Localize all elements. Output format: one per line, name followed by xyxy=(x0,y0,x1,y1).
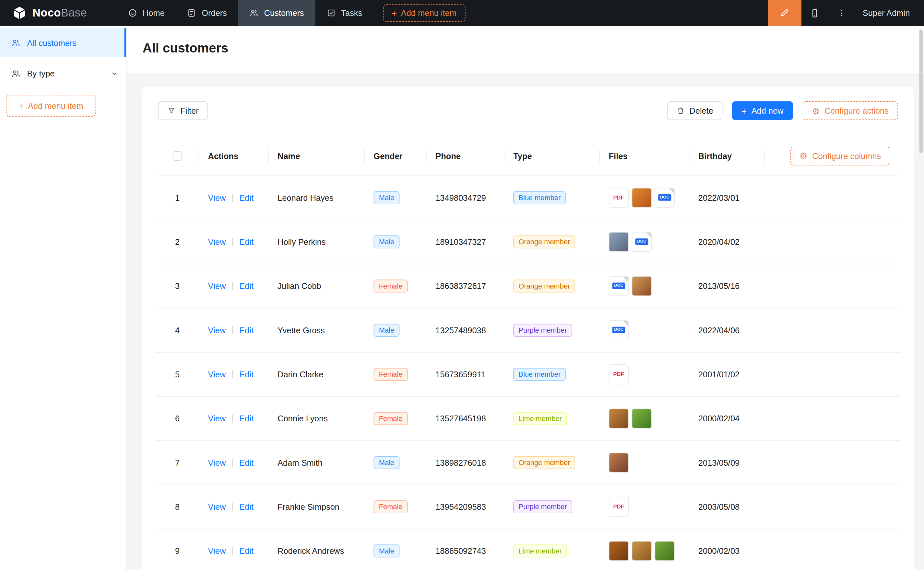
edit-link[interactable]: Edit xyxy=(239,237,254,247)
row-index: 9 xyxy=(175,546,180,555)
configure-actions-button[interactable]: ⚙ Configure actions xyxy=(803,101,898,120)
view-link[interactable]: View xyxy=(208,458,226,467)
view-link[interactable]: View xyxy=(208,502,226,512)
nocobase-logo[interactable]: NocoBase xyxy=(0,0,117,26)
view-link[interactable]: View xyxy=(208,369,226,379)
doc-label: DOC xyxy=(612,327,625,333)
sidebar: All customers By type + Add m xyxy=(0,26,127,570)
edit-link[interactable]: Edit xyxy=(239,458,254,467)
ui-editor-button[interactable] xyxy=(768,0,801,26)
more-menu-button[interactable] xyxy=(829,0,856,26)
row-index: 5 xyxy=(175,369,180,379)
file-thumb-doc-icon[interactable]: DOC xyxy=(655,187,675,208)
customer-birthday: 2022/03/01 xyxy=(698,193,740,202)
navbar-add-menu-item-button[interactable]: + Add menu item xyxy=(383,4,465,22)
configure-columns-label: Configure columns xyxy=(812,151,881,161)
gender-badge: Male xyxy=(374,235,400,248)
user-menu[interactable]: Super Admin xyxy=(856,8,924,17)
file-thumb-image[interactable] xyxy=(632,541,652,561)
edit-link[interactable]: Edit xyxy=(239,325,254,334)
pdf-label: PDF xyxy=(613,371,624,377)
nav-item-orders[interactable]: Orders xyxy=(176,0,238,26)
edit-link[interactable]: Edit xyxy=(239,369,254,379)
view-link[interactable]: View xyxy=(208,546,226,555)
files-cell: PDFDOC xyxy=(609,187,680,208)
customer-phone: 18910347327 xyxy=(435,237,486,247)
add-new-button[interactable]: + Add new xyxy=(732,101,793,120)
sidebar-item-all-customers[interactable]: All customers xyxy=(0,28,126,57)
nav-item-customers[interactable]: Customers xyxy=(238,0,315,26)
nav-item-label: Customers xyxy=(264,8,304,17)
action-divider xyxy=(232,547,233,555)
select-all-checkbox[interactable] xyxy=(173,152,182,161)
file-thumb-image[interactable] xyxy=(609,231,629,252)
type-badge: Orange member xyxy=(513,235,575,248)
action-divider xyxy=(232,282,233,290)
column-header-birthday: Birthday xyxy=(689,137,764,176)
action-divider xyxy=(232,326,233,334)
edit-link[interactable]: Edit xyxy=(239,502,254,512)
customer-name: Adam Smith xyxy=(278,458,323,467)
column-header-name: Name xyxy=(268,137,364,176)
customer-name: Roderick Andrews xyxy=(278,546,344,555)
page-scrollbar[interactable] xyxy=(919,29,923,153)
nav-item-tasks[interactable]: Tasks xyxy=(315,0,374,26)
edit-link[interactable]: Edit xyxy=(239,193,254,202)
customer-name: Frankie Simpson xyxy=(278,502,340,512)
page-title: All customers xyxy=(143,40,910,56)
customer-phone: 15673659911 xyxy=(435,369,485,379)
files-cell xyxy=(609,452,680,472)
chevron-down-icon xyxy=(111,70,118,77)
sidebar-add-menu-item-button[interactable]: + Add menu item xyxy=(6,95,96,116)
table-body: 1 ViewEdit Leonard Hayes Male 1349803472… xyxy=(156,176,900,570)
files-cell xyxy=(609,541,680,561)
file-thumb-doc-icon[interactable]: DOC xyxy=(632,231,652,252)
file-thumb-image[interactable] xyxy=(632,187,652,208)
file-thumb-doc-icon[interactable]: DOC xyxy=(609,276,629,296)
edit-link[interactable]: Edit xyxy=(239,546,254,555)
file-thumb-image[interactable] xyxy=(609,408,629,429)
view-link[interactable]: View xyxy=(208,237,226,247)
row-index: 8 xyxy=(175,502,180,512)
view-link[interactable]: View xyxy=(208,193,226,202)
file-thumb-image[interactable] xyxy=(609,452,629,472)
mobile-icon xyxy=(810,8,820,18)
delete-button-label: Delete xyxy=(689,106,713,115)
plus-icon: + xyxy=(392,8,397,17)
file-thumb-doc-icon[interactable]: DOC xyxy=(609,320,629,340)
column-header-type: Type xyxy=(504,137,599,176)
nav-item-label: Tasks xyxy=(341,8,362,17)
file-thumb-image[interactable] xyxy=(632,276,652,296)
gender-badge: Male xyxy=(374,323,400,337)
gender-badge: Female xyxy=(374,412,407,424)
view-link[interactable]: View xyxy=(208,414,226,423)
file-thumb-image[interactable] xyxy=(655,541,675,561)
type-badge: Lime member xyxy=(513,544,567,557)
configure-columns-button[interactable]: ⚙ Configure columns xyxy=(790,146,890,165)
file-thumb-image[interactable] xyxy=(609,541,629,561)
configure-actions-label: Configure actions xyxy=(824,106,889,115)
mobile-preview-button[interactable] xyxy=(801,0,829,26)
customer-phone: 13954209583 xyxy=(435,502,486,512)
sidebar-item-by-type[interactable]: By type xyxy=(0,59,126,88)
customers-table-block: Filter D xyxy=(142,87,914,570)
filter-button[interactable]: Filter xyxy=(158,101,208,120)
customer-phone: 18638372617 xyxy=(435,281,486,291)
delete-button[interactable]: Delete xyxy=(667,101,723,120)
edit-link[interactable]: Edit xyxy=(239,281,254,291)
column-header-files: Files xyxy=(599,137,689,176)
file-thumb-pdf-icon[interactable]: PDF xyxy=(609,496,629,516)
receipt-icon xyxy=(187,8,197,17)
people-icon xyxy=(249,8,259,17)
nav-item-home[interactable]: Home xyxy=(117,0,176,26)
file-thumb-pdf-icon[interactable]: PDF xyxy=(609,187,629,208)
view-link[interactable]: View xyxy=(208,281,226,291)
edit-link[interactable]: Edit xyxy=(239,414,254,423)
file-thumb-pdf-icon[interactable]: PDF xyxy=(609,364,629,384)
file-thumb-image[interactable] xyxy=(632,408,652,429)
doc-label: DOC xyxy=(635,239,648,245)
view-link[interactable]: View xyxy=(208,325,226,334)
action-divider xyxy=(232,193,233,201)
gear-icon: ⚙ xyxy=(812,106,819,115)
table-row: 5 ViewEdit Darin Clarke Female 156736599… xyxy=(156,352,900,396)
